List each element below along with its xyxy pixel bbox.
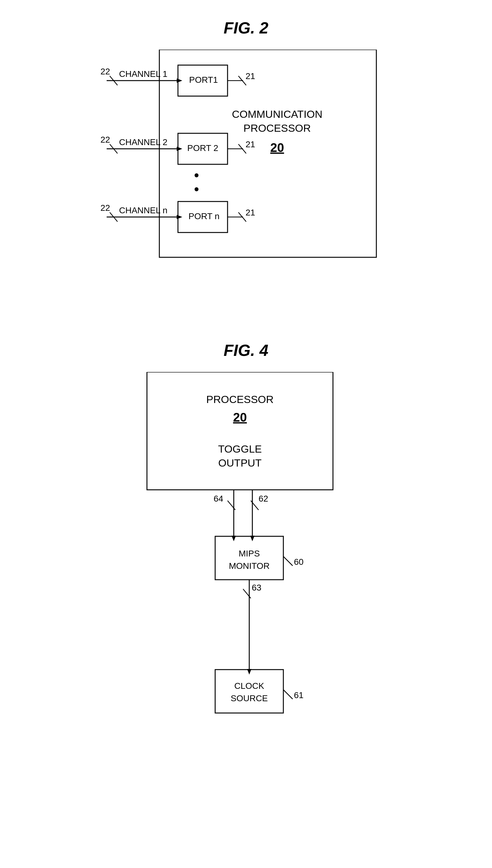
svg-text:PROCESSOR: PROCESSOR — [206, 393, 273, 405]
svg-text:MONITOR: MONITOR — [229, 561, 270, 571]
svg-line-59 — [284, 556, 293, 566]
svg-text:PORT n: PORT n — [189, 212, 220, 221]
svg-text:61: 61 — [294, 690, 303, 700]
svg-text:•: • — [194, 181, 199, 197]
svg-text:21: 21 — [246, 140, 255, 149]
fig4-svg: PROCESSOR 20 TOGGLE OUTPUT MIPS MONITOR … — [122, 372, 370, 821]
svg-marker-9 — [177, 215, 182, 219]
svg-text:•: • — [194, 167, 199, 182]
svg-line-18 — [239, 212, 246, 222]
svg-text:PORT1: PORT1 — [189, 75, 218, 84]
svg-line-54 — [251, 501, 259, 510]
svg-text:CLOCK: CLOCK — [234, 681, 264, 691]
svg-line-11 — [110, 144, 118, 153]
svg-text:64: 64 — [214, 494, 223, 503]
svg-line-14 — [239, 76, 246, 85]
svg-rect-36 — [147, 372, 333, 490]
svg-line-12 — [110, 212, 118, 222]
fig2-svg: CHANNEL 1 CHANNEL 2 CHANNEL n PORT1 PORT… — [91, 50, 401, 267]
svg-text:SOURCE: SOURCE — [231, 693, 268, 703]
svg-text:60: 60 — [294, 557, 303, 567]
svg-text:PORT 2: PORT 2 — [187, 143, 218, 153]
svg-line-53 — [227, 501, 235, 510]
svg-text:21: 21 — [246, 71, 255, 81]
svg-text:CHANNEL 1: CHANNEL 1 — [119, 69, 167, 79]
svg-text:63: 63 — [252, 583, 261, 592]
svg-text:20: 20 — [233, 411, 247, 424]
svg-text:22: 22 — [100, 135, 110, 145]
svg-text:OUTPUT: OUTPUT — [218, 457, 262, 469]
page: FIG. 2 — [0, 0, 492, 868]
svg-rect-41 — [215, 536, 284, 580]
fig2-title: FIG. 2 — [0, 19, 492, 37]
svg-line-10 — [110, 76, 118, 85]
svg-text:21: 21 — [246, 208, 255, 217]
fig2-diagram: CHANNEL 1 CHANNEL 2 CHANNEL n PORT1 PORT… — [91, 50, 401, 267]
svg-text:MIPS: MIPS — [239, 549, 260, 558]
svg-text:TOGGLE: TOGGLE — [218, 443, 262, 455]
svg-marker-7 — [177, 147, 182, 151]
svg-marker-5 — [177, 78, 182, 83]
svg-line-55 — [243, 589, 251, 598]
svg-rect-1 — [178, 65, 227, 96]
fig4-diagram: PROCESSOR 20 TOGGLE OUTPUT MIPS MONITOR … — [122, 372, 370, 821]
svg-text:20: 20 — [270, 141, 284, 154]
svg-rect-0 — [159, 50, 376, 257]
svg-marker-50 — [250, 536, 254, 541]
fig2-section: FIG. 2 — [0, 19, 492, 267]
svg-line-61 — [284, 690, 293, 699]
svg-line-16 — [239, 144, 246, 153]
svg-text:CHANNEL 2: CHANNEL 2 — [119, 137, 167, 147]
svg-text:62: 62 — [259, 494, 268, 503]
svg-text:CHANNEL n: CHANNEL n — [119, 205, 167, 215]
svg-text:22: 22 — [100, 67, 110, 76]
svg-marker-52 — [247, 669, 251, 674]
svg-text:COMMUNICATION: COMMUNICATION — [231, 108, 322, 120]
svg-text:22: 22 — [100, 203, 110, 213]
svg-rect-2 — [178, 133, 227, 164]
fig4-section: FIG. 4 PROCESSOR 20 TOGGLE OUTPUT MIPS M… — [0, 341, 492, 821]
svg-marker-48 — [231, 536, 236, 541]
svg-text:PROCESSOR: PROCESSOR — [243, 122, 311, 134]
fig4-title: FIG. 4 — [0, 341, 492, 359]
svg-rect-44 — [215, 670, 284, 713]
svg-rect-3 — [178, 201, 227, 232]
